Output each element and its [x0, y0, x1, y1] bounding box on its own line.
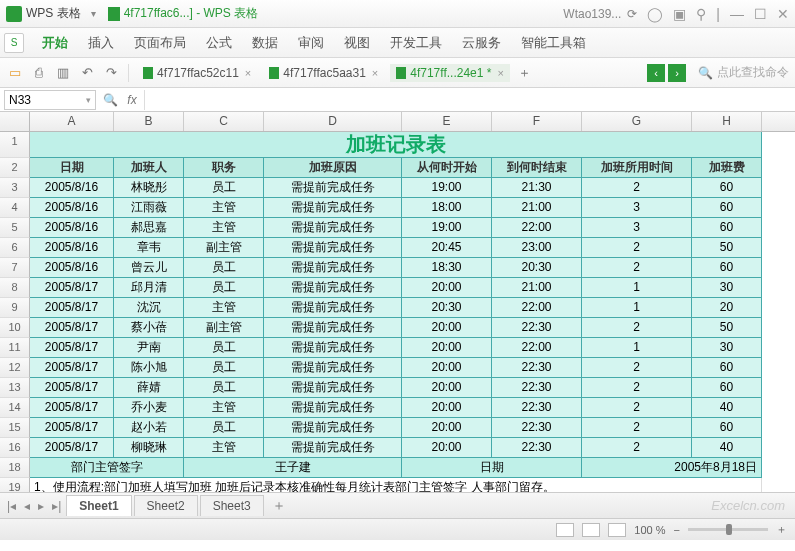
close-icon[interactable]: × — [245, 67, 251, 79]
zoom-slider[interactable] — [688, 528, 768, 531]
cell[interactable]: 主管 — [184, 198, 264, 218]
cell[interactable]: 需提前完成任务 — [264, 258, 402, 278]
cell[interactable]: 2005/8/16 — [30, 258, 114, 278]
cell[interactable]: 日期 — [402, 458, 582, 478]
cell[interactable]: 40 — [692, 438, 762, 458]
cell[interactable]: 20:45 — [402, 238, 492, 258]
row-header[interactable]: 1 — [0, 132, 30, 158]
cell[interactable]: 20:00 — [402, 418, 492, 438]
cell[interactable]: 需提前完成任务 — [264, 198, 402, 218]
cell[interactable]: 21:00 — [492, 278, 582, 298]
cell[interactable]: 柳晓琳 — [114, 438, 184, 458]
col-header-F[interactable]: F — [492, 112, 582, 131]
row-header[interactable]: 9 — [0, 298, 30, 318]
cell[interactable]: 60 — [692, 178, 762, 198]
doc-tab-3[interactable]: 4f717ff...24e1 *× — [390, 64, 510, 82]
cell[interactable]: 20:00 — [402, 378, 492, 398]
cell[interactable]: 员工 — [184, 278, 264, 298]
cell[interactable]: 2005/8/17 — [30, 438, 114, 458]
cell[interactable]: 2005/8/17 — [30, 318, 114, 338]
cell[interactable]: 2005/8/16 — [30, 178, 114, 198]
select-all-corner[interactable] — [0, 112, 30, 131]
zoom-value[interactable]: 100 % — [634, 524, 665, 536]
cell[interactable]: 22:00 — [492, 338, 582, 358]
cell[interactable]: 60 — [692, 198, 762, 218]
command-search[interactable]: 🔍 点此查找命令 — [698, 64, 789, 81]
cell[interactable]: 22:30 — [492, 418, 582, 438]
cell[interactable]: 2005/8/17 — [30, 358, 114, 378]
cell[interactable]: 赵小若 — [114, 418, 184, 438]
cell[interactable]: 2005/8/16 — [30, 218, 114, 238]
cell[interactable]: 20:00 — [402, 278, 492, 298]
cell[interactable]: 18:30 — [402, 258, 492, 278]
break-view-button[interactable] — [608, 523, 626, 537]
cell[interactable]: 50 — [692, 318, 762, 338]
cell[interactable]: 员工 — [184, 418, 264, 438]
user-name[interactable]: Wtao139... — [563, 7, 621, 21]
scroll-left-button[interactable]: ‹ — [647, 64, 665, 82]
cell[interactable]: 需提前完成任务 — [264, 178, 402, 198]
cell[interactable]: 18:00 — [402, 198, 492, 218]
col-header-B[interactable]: B — [114, 112, 184, 131]
tab-dev[interactable]: 开发工具 — [380, 28, 452, 58]
cell[interactable]: 60 — [692, 358, 762, 378]
print-icon[interactable]: ⎙ — [30, 64, 48, 82]
cell[interactable]: 2005/8/16 — [30, 198, 114, 218]
next-sheet-icon[interactable]: ▸ — [35, 499, 47, 513]
row-header[interactable]: 4 — [0, 198, 30, 218]
cell[interactable]: 到何时结束 — [492, 158, 582, 178]
cell[interactable]: 加班人 — [114, 158, 184, 178]
row-header[interactable]: 7 — [0, 258, 30, 278]
row-header[interactable]: 2 — [0, 158, 30, 178]
cell[interactable]: 50 — [692, 238, 762, 258]
chevron-down-icon[interactable]: ▾ — [91, 8, 96, 19]
cell[interactable]: 1 — [582, 338, 692, 358]
cell[interactable]: 19:00 — [402, 178, 492, 198]
cell[interactable]: 2005年8月18日 — [582, 458, 762, 478]
cell[interactable]: 22:30 — [492, 398, 582, 418]
first-sheet-icon[interactable]: |◂ — [4, 499, 19, 513]
cell[interactable]: 2005/8/17 — [30, 338, 114, 358]
col-header-C[interactable]: C — [184, 112, 264, 131]
formula-input[interactable] — [144, 90, 795, 110]
sheet-tab-2[interactable]: Sheet2 — [134, 495, 198, 516]
cell[interactable]: 2 — [582, 318, 692, 338]
fx-label[interactable]: fx — [120, 93, 144, 107]
cell[interactable]: 尹南 — [114, 338, 184, 358]
cell[interactable]: 曾云儿 — [114, 258, 184, 278]
row-header[interactable]: 13 — [0, 378, 30, 398]
cell[interactable]: 日期 — [30, 158, 114, 178]
cell[interactable]: 需提前完成任务 — [264, 338, 402, 358]
doc-tab-1[interactable]: 4f717ffac52c11× — [137, 64, 257, 82]
col-header-A[interactable]: A — [30, 112, 114, 131]
cell[interactable]: 员工 — [184, 378, 264, 398]
row-header[interactable]: 10 — [0, 318, 30, 338]
cell[interactable]: 1、使用流程:部门加班人填写加班 加班后记录本核准确性每月统计表部门主管签字 人… — [30, 478, 762, 492]
cell[interactable]: 2 — [582, 438, 692, 458]
col-header-E[interactable]: E — [402, 112, 492, 131]
chevron-down-icon[interactable]: ▾ — [86, 95, 91, 105]
cell[interactable]: 需提前完成任务 — [264, 278, 402, 298]
cell[interactable]: 员工 — [184, 338, 264, 358]
row-header[interactable]: 8 — [0, 278, 30, 298]
cell[interactable]: 40 — [692, 398, 762, 418]
last-sheet-icon[interactable]: ▸| — [49, 499, 64, 513]
doc-tab-2[interactable]: 4f717ffac5aa31× — [263, 64, 384, 82]
cell[interactable]: 江雨薇 — [114, 198, 184, 218]
grid[interactable]: 1 加班记录表 2 日期 加班人 职务 加班原因 从何时开始 到何时结束 加班所… — [0, 132, 795, 492]
row-header[interactable]: 15 — [0, 418, 30, 438]
cell[interactable]: 30 — [692, 338, 762, 358]
cell[interactable]: 加班所用时间 — [582, 158, 692, 178]
scroll-right-button[interactable]: › — [668, 64, 686, 82]
prev-sheet-icon[interactable]: ◂ — [21, 499, 33, 513]
cell[interactable]: 王子建 — [184, 458, 402, 478]
cell[interactable]: 蔡小蓓 — [114, 318, 184, 338]
cell[interactable]: 副主管 — [184, 318, 264, 338]
cell[interactable]: 19:00 — [402, 218, 492, 238]
wps-logo-icon[interactable]: S — [4, 33, 24, 53]
tab-data[interactable]: 数据 — [242, 28, 288, 58]
cell[interactable]: 乔小麦 — [114, 398, 184, 418]
tab-layout[interactable]: 页面布局 — [124, 28, 196, 58]
pin-icon[interactable]: ⚲ — [696, 6, 706, 22]
minimize-icon[interactable]: — — [730, 6, 744, 22]
